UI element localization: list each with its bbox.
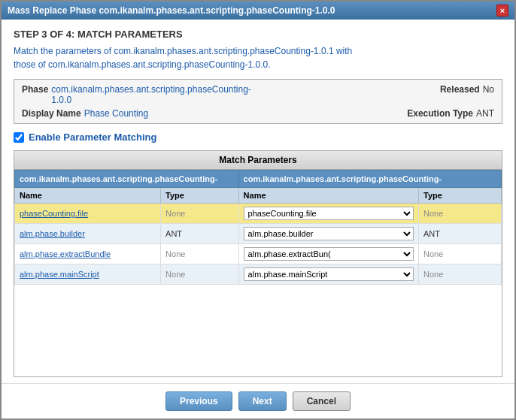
table-row: phaseCounting.fileNonephaseCounting.file… <box>15 204 502 224</box>
param-name-select[interactable]: alm.phase.mainScript <box>244 267 414 281</box>
execution-info-row: Execution Type ANT <box>258 108 494 119</box>
col-header-left: com.ikanalm.phases.ant.scripting.phaseCo… <box>15 171 239 188</box>
param-name-left: alm.phase.builder <box>15 224 161 244</box>
param-type-right: None <box>418 264 501 285</box>
next-button[interactable]: Next <box>238 391 287 411</box>
param-name-link[interactable]: alm.phase.extractBundle <box>20 249 111 258</box>
table-row: alm.phase.builderANTalm.phase.builderANT <box>15 224 502 244</box>
col-header-row: com.ikanalm.phases.ant.scripting.phaseCo… <box>15 171 502 188</box>
phase-info-row: Phase com.ikanalm.phases.ant.scripting.p… <box>22 84 258 105</box>
param-type-right: ANT <box>418 224 501 244</box>
param-type-right: None <box>418 204 501 224</box>
param-type-left: None <box>161 244 239 264</box>
param-name-left: alm.phase.extractBundle <box>15 244 161 264</box>
cancel-button[interactable]: Cancel <box>293 391 351 411</box>
param-name-link[interactable]: alm.phase.builder <box>20 229 85 238</box>
match-params-container: Match Parameters com.ikanalm.phases.ant.… <box>14 150 502 377</box>
display-value: Phase Counting <box>84 108 148 119</box>
col-header-right: com.ikanalm.phases.ant.scripting.phaseCo… <box>238 171 501 188</box>
enable-matching-label: Enable Parameter Matching <box>29 131 157 143</box>
released-label: Released <box>440 84 480 95</box>
info-panel: Phase com.ikanalm.phases.ant.scripting.p… <box>14 79 502 124</box>
sub-header-name-left: Name <box>15 188 161 204</box>
close-icon: × <box>500 6 505 15</box>
title-bar: Mass Replace Phase com.ikanalm.phases.an… <box>2 2 514 20</box>
window-title: Mass Replace Phase com.ikanalm.phases.an… <box>8 5 335 16</box>
step-desc-line1: Match the parameters of com.ikanalm.phas… <box>14 46 352 56</box>
released-info-row: Released No <box>258 84 494 105</box>
param-name-link[interactable]: alm.phase.mainScript <box>20 270 99 279</box>
phase-label: Phase <box>22 84 48 95</box>
released-value: No <box>483 84 494 95</box>
table-row: alm.phase.extractBundleNonealm.phase.ext… <box>15 244 502 264</box>
params-table: com.ikanalm.phases.ant.scripting.phaseCo… <box>14 170 502 285</box>
param-name-select[interactable]: phaseCounting.file <box>244 207 414 220</box>
param-type-right: None <box>418 244 501 264</box>
param-name-select[interactable]: alm.phase.extractBun( <box>244 247 414 261</box>
sub-header-row: Name Type Name Type <box>15 188 502 204</box>
sub-header-type-left: Type <box>161 188 239 204</box>
param-name-link[interactable]: phaseCounting.file <box>20 209 88 218</box>
sub-header-type-right: Type <box>418 188 501 204</box>
phase-value: com.ikanalm.phases.ant.scripting.phaseCo… <box>51 84 258 105</box>
table-row: alm.phase.mainScriptNonealm.phase.mainSc… <box>15 264 502 285</box>
execution-value: ANT <box>476 108 494 119</box>
param-type-left: None <box>161 204 239 224</box>
execution-label: Execution Type <box>407 108 473 119</box>
params-tbody: phaseCounting.fileNonephaseCounting.file… <box>15 204 502 285</box>
sub-header-name-right: Name <box>238 188 418 204</box>
step-header: STEP 3 OF 4: MATCH PARAMETERS <box>14 29 502 40</box>
match-params-title: Match Parameters <box>14 151 502 170</box>
param-name-right[interactable]: alm.phase.mainScript <box>238 264 418 285</box>
param-name-left: phaseCounting.file <box>15 204 161 224</box>
enable-matching-checkbox[interactable] <box>14 132 24 143</box>
table-wrapper[interactable]: com.ikanalm.phases.ant.scripting.phaseCo… <box>14 170 502 376</box>
param-type-left: ANT <box>161 224 239 244</box>
close-button[interactable]: × <box>496 5 508 17</box>
step-desc-line2: those of com.ikanalm.phases.ant.scriptin… <box>14 59 271 70</box>
content-area: STEP 3 OF 4: MATCH PARAMETERS Match the … <box>2 20 514 383</box>
main-window: Mass Replace Phase com.ikanalm.phases.an… <box>0 0 516 420</box>
param-type-left: None <box>161 264 239 285</box>
previous-button[interactable]: Previous <box>165 391 232 411</box>
param-name-right[interactable]: alm.phase.extractBun( <box>238 244 418 264</box>
param-name-right[interactable]: alm.phase.builder <box>238 224 418 244</box>
display-info-row: Display Name Phase Counting <box>22 108 258 119</box>
display-label: Display Name <box>22 108 81 119</box>
enable-matching-row: Enable Parameter Matching <box>14 131 502 143</box>
footer: Previous Next Cancel <box>2 383 514 418</box>
param-name-select[interactable]: alm.phase.builder <box>244 227 414 240</box>
param-name-left: alm.phase.mainScript <box>15 264 161 285</box>
param-name-right[interactable]: phaseCounting.file <box>238 204 418 224</box>
step-description: Match the parameters of com.ikanalm.phas… <box>14 44 502 71</box>
